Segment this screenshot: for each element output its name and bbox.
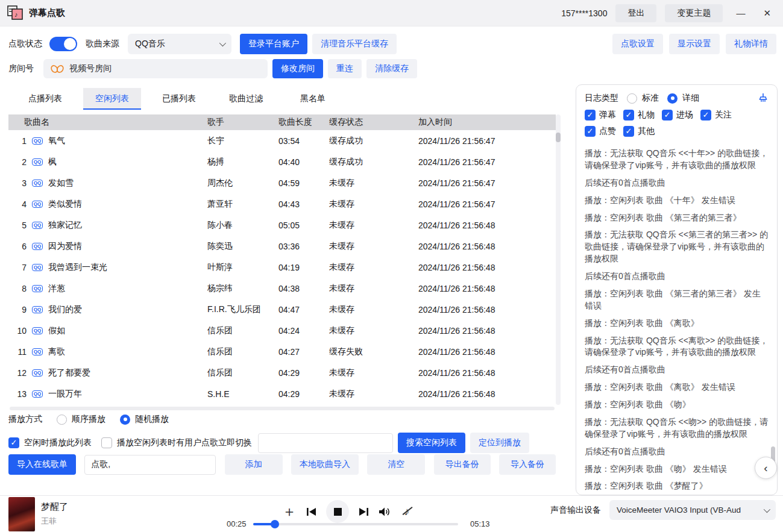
log-filter-label: 进场 [676,110,693,120]
local-import-button[interactable]: 本地歌曲导入 [291,454,359,475]
import-backup-button[interactable]: 导入备份 [499,454,556,475]
song-length: 04:24 [278,326,329,336]
tab-song-filter[interactable]: 歌曲过滤 [217,88,275,110]
table-row[interactable]: 10 QQ 假如 信乐团 04:24 未缓存 2024/11/26 21:56:… [8,320,556,341]
song-name: 死了都要爱 [48,368,207,378]
search-idle-button[interactable]: 搜索空闲列表 [398,433,465,453]
qq-source-icon: QQ [32,201,43,208]
log-filter-checkbox[interactable] [623,126,634,137]
locate-playing-button[interactable]: 定位到播放 [470,433,529,453]
song-request-toggle[interactable] [49,37,77,51]
table-row[interactable]: 3 QQ 发如雪 周杰伦 04:59 未缓存 2024/11/26 21:56:… [8,172,556,193]
previous-track-icon[interactable] [306,507,316,516]
volume-icon[interactable] [379,507,391,517]
progress-slider[interactable] [253,523,458,525]
song-length: 03:54 [278,136,329,146]
table-row[interactable]: 13 QQ 一眼万年 S.H.E 04:29 未缓存 2024/11/26 21… [8,383,556,404]
table-vertical-scrollbar[interactable] [556,114,561,405]
login-platform-button[interactable]: 登录平台账户 [240,34,307,54]
tab-played-list[interactable]: 已播列表 [150,88,208,110]
gift-details-button[interactable]: 礼物详情 [726,34,776,54]
header-added-time: 加入时间 [418,117,556,128]
tab-blacklist[interactable]: 黑名单 [284,88,342,110]
random-play-label: 随机播放 [135,414,169,425]
toggle-knob [64,38,76,50]
collapse-panel-button[interactable]: ‹ [755,457,777,479]
table-row[interactable]: 4 QQ 类似爱情 萧亚轩 04:43 未缓存 2024/11/26 21:56… [8,193,556,214]
table-row[interactable]: 8 QQ 洋葱 杨宗纬 04:38 未缓存 2024/11/26 21:56:4… [8,278,556,299]
song-settings-button[interactable]: 点歌设置 [612,34,663,54]
added-time: 2024/11/26 21:56:47 [418,199,556,209]
clear-list-button[interactable]: 清空 [367,454,425,475]
log-standard-radio[interactable] [627,93,637,104]
modify-room-button[interactable]: 修改房间 [272,59,323,78]
sequential-play-radio[interactable] [57,415,67,425]
log-detailed-radio[interactable] [667,93,678,104]
progress-thumb[interactable] [271,520,279,528]
add-song-icon[interactable]: ＋ [282,504,297,519]
song-name: 假如 [48,325,207,336]
added-time: 2024/11/26 21:56:48 [418,221,556,230]
singer: 叶斯淳 [207,262,278,273]
log-filter-checkbox[interactable] [700,110,711,120]
log-filter-item: 弹幕 [585,110,616,120]
singer: 信乐团 [207,325,278,336]
log-filter-checkbox[interactable] [585,126,596,137]
song-source-select[interactable]: QQ音乐 [128,34,231,54]
log-filter-checkbox[interactable] [585,110,596,120]
room-input[interactable] [69,64,250,74]
random-play-radio[interactable] [120,415,130,425]
song-name: 发如雪 [48,178,207,189]
row-index: 8 [8,284,27,293]
table-row[interactable]: 9 QQ 我们的爱 F.I.R.飞儿乐团 04:47 未缓存 2024/11/2… [8,299,556,320]
cache-status: 未缓存 [329,368,418,378]
room-input-wrap [43,59,268,78]
minimize-icon[interactable]: — [731,5,750,20]
log-type-row: 日志类型 标准 详细 [585,93,769,104]
clear-cache-button[interactable]: 清除缓存 [366,59,417,78]
tab-idle-list[interactable]: 空闲列表 [83,88,141,110]
singer: 陈奕迅 [207,241,278,252]
log-filter-checkbox[interactable] [623,110,634,120]
change-theme-button[interactable]: 变更主题 [665,4,723,22]
display-settings-button[interactable]: 显示设置 [669,34,720,54]
singer: 长宇 [207,136,278,146]
desktop-lyrics-off-icon[interactable]: ♪ [401,505,413,518]
table-row[interactable]: 7 QQ 我曾遇到一束光 叶斯淳 04:19 未缓存 2024/11/26 21… [8,257,556,278]
import-playlist-input[interactable] [84,455,216,475]
table-row[interactable]: 1 QQ 氧气 长宇 03:54 缓存成功 2024/11/26 21:56:4… [8,130,556,151]
account-number: 157****1300 [561,8,607,18]
reconnect-button[interactable]: 重连 [328,59,362,78]
stop-icon[interactable] [326,500,349,523]
search-idle-input[interactable] [258,433,393,453]
added-time: 2024/11/26 21:56:47 [418,157,556,167]
table-row[interactable]: 2 QQ 枫 杨搏 04:40 缓存成功 2024/11/26 21:56:47 [8,151,556,172]
logout-button[interactable]: 登出 [615,4,656,22]
close-icon[interactable]: ✕ [758,5,776,21]
next-track-icon[interactable] [359,507,369,516]
log-entry: 播放：空闲列表 歌曲 《梦醒了》 [585,480,769,492]
scrollbar-thumb[interactable] [556,133,561,142]
table-row[interactable]: 11 QQ 离歌 信乐团 04:27 缓存失败 2024/11/26 21:56… [8,341,556,362]
export-backup-button[interactable]: 导出备份 [434,454,491,475]
singer: 杨宗纬 [207,283,278,294]
log-filter-checkbox[interactable] [662,110,673,120]
table-horizontal-scrollbar[interactable] [10,407,555,410]
add-button[interactable]: 添加 [225,454,283,475]
table-row[interactable]: 6 QQ 因为爱情 陈奕迅 03:36 未缓存 2024/11/26 21:56… [8,236,556,257]
header-singer: 歌手 [207,117,278,128]
clear-log-broom-icon[interactable] [758,93,769,104]
qq-source-icon: QQ [32,327,43,334]
added-time: 2024/11/26 21:56:48 [418,263,556,272]
instant-switch-checkbox[interactable] [101,437,112,448]
song-name: 枫 [48,157,207,167]
qq-source-icon: QQ [32,264,43,271]
clear-platform-cache-button[interactable]: 清理音乐平台缓存 [312,34,397,54]
table-row[interactable]: 12 QQ 死了都要爱 信乐团 04:29 未缓存 2024/11/26 21:… [8,362,556,383]
idle-play-checkbox[interactable] [8,437,19,448]
import-online-playlist-button[interactable]: 导入在线歌单 [8,454,76,475]
tab-request-list[interactable]: 点播列表 [16,88,74,110]
output-device-select[interactable]: VoiceMeeter VAIO3 Input (VB-Aud [609,500,776,520]
output-device-row: 声音输出设备 VoiceMeeter VAIO3 Input (VB-Aud [550,500,776,520]
table-row[interactable]: 5 QQ 独家记忆 陈小春 05:05 未缓存 2024/11/26 21:56… [8,214,556,236]
